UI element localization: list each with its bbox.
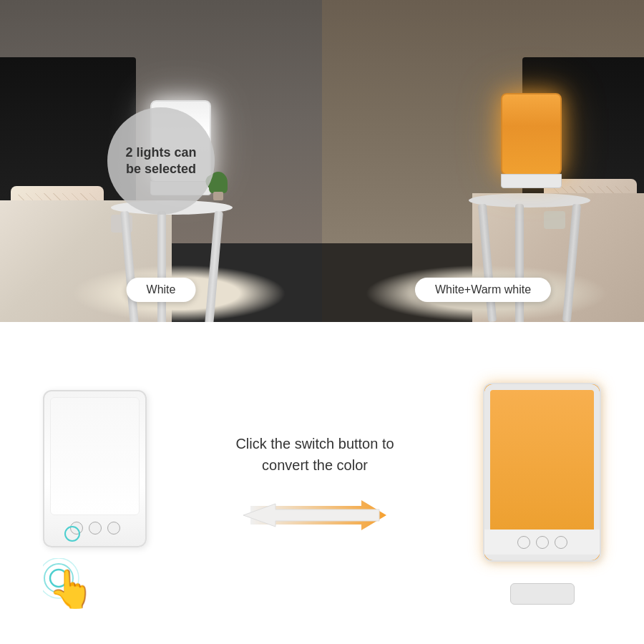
lamp-warm-white: [501, 93, 565, 193]
bottom-section: 👆 Click the switch button to convert the…: [0, 322, 644, 644]
device-controls-left: [44, 515, 145, 540]
table-left: [100, 200, 243, 322]
device-body-white: [43, 390, 147, 547]
circle-line1: 2 lights can: [125, 145, 196, 160]
lamp-base-warm: [501, 174, 562, 188]
top-section: 2 lights can be selected White: [0, 0, 644, 322]
selection-circle-overlay: 2 lights can be selected: [107, 107, 215, 215]
table-right: [458, 193, 601, 322]
plant-pot: [213, 192, 223, 200]
table-leg-3: [157, 211, 166, 322]
label-white: White: [127, 278, 196, 302]
ctrl-brightness-r: [555, 536, 567, 549]
ctrl-mode-r: [536, 536, 549, 549]
device-body-warm: [483, 383, 601, 562]
lamp-screen-warm: [501, 93, 562, 175]
device-stand-right: [510, 583, 575, 605]
table-leg-r3: [515, 204, 524, 322]
switch-description: Click the switch button to convert the c…: [161, 433, 469, 476]
circle-caption: 2 lights can be selected: [125, 145, 196, 178]
hand-icon: 👆: [48, 567, 94, 611]
switch-button-highlight: [64, 526, 80, 542]
ctrl-mode: [89, 522, 102, 535]
arrow-container: [161, 497, 469, 533]
table-leg-r2: [562, 204, 581, 322]
device-screen-white: [50, 397, 140, 515]
circle-line2: be selected: [126, 162, 196, 176]
middle-description: Click the switch button to convert the c…: [147, 433, 483, 533]
table-leg-r1: [478, 204, 497, 322]
device-illustration-right: [483, 383, 601, 583]
table-leg-1: [120, 211, 139, 322]
photo-right-warm-white: White+Warm white: [322, 0, 644, 322]
table-leg-2: [205, 211, 223, 322]
device-controls-right: [484, 530, 600, 555]
direction-arrows: [236, 497, 394, 533]
ctrl-power-r: [517, 536, 530, 549]
photo-left-cool-white: 2 lights can be selected White: [0, 0, 322, 322]
ctrl-brightness: [107, 522, 120, 535]
label-warm-white: White+Warm white: [415, 278, 551, 302]
device-illustration-left: 👆: [43, 390, 147, 576]
